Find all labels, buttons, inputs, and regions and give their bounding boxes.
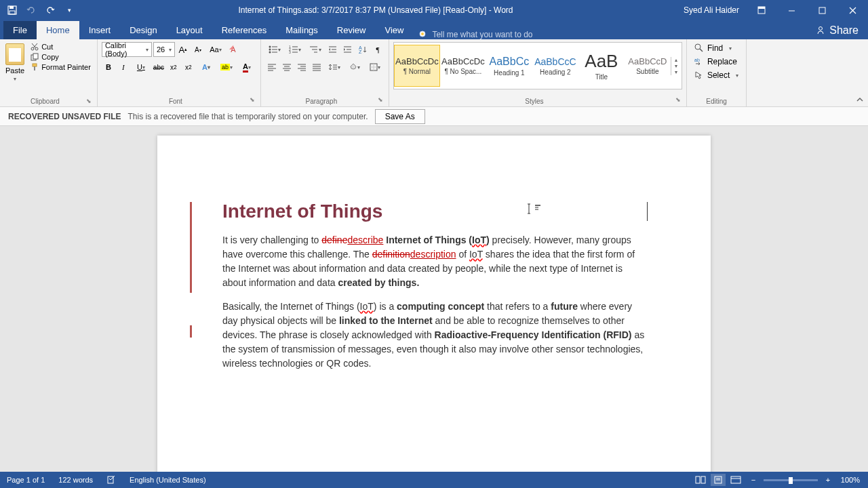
zoom-out-button[interactable]: − [746, 474, 761, 486]
styles-scroll-up-icon[interactable]: ▴ [671, 57, 682, 63]
zoom-in-button[interactable]: + [821, 474, 835, 486]
spelling-error: IoT [360, 301, 374, 312]
svg-point-10 [421, 33, 424, 35]
select-button[interactable]: Select▾ [691, 69, 742, 81]
language[interactable]: English (United States) [123, 476, 213, 484]
change-case-button[interactable]: Aa▾ [206, 42, 225, 57]
qat-customize-icon[interactable]: ▾ [64, 5, 75, 16]
tab-design[interactable]: Design [120, 21, 166, 39]
align-left-button[interactable] [265, 60, 279, 75]
align-center-button[interactable] [280, 60, 294, 75]
sort-button[interactable]: AZ [356, 42, 370, 57]
web-layout-icon[interactable] [728, 474, 743, 486]
user-name[interactable]: Syed Ali Haider [677, 5, 746, 15]
redo-icon[interactable] [45, 5, 56, 16]
line-spacing-button[interactable]: ▾ [325, 60, 344, 75]
word-count[interactable]: 122 words [52, 476, 100, 484]
share-button[interactable]: Share [806, 22, 868, 39]
save-as-button[interactable]: Save As [375, 109, 425, 124]
ribbon-tabs: File Home Insert Design Layout Reference… [0, 20, 868, 39]
style-item[interactable]: AaBbCcCHeading 2 [532, 45, 578, 87]
tab-layout[interactable]: Layout [167, 21, 212, 39]
svg-rect-4 [758, 7, 765, 9]
font-size-combo[interactable]: 26▾ [153, 42, 175, 57]
zoom-slider[interactable] [764, 479, 818, 481]
minimize-icon[interactable] [776, 0, 807, 20]
paragraph-launcher-icon[interactable]: ⬊ [378, 96, 384, 105]
text-effects-button[interactable]: A▾ [197, 60, 216, 75]
track-change-bar[interactable] [190, 202, 192, 293]
zoom-level[interactable]: 100% [838, 476, 863, 484]
cut-button[interactable]: Cut [28, 42, 93, 52]
page[interactable]: Internet of Things It is very challengin… [157, 136, 711, 472]
svg-point-20 [269, 46, 271, 48]
bold-button[interactable]: B [102, 60, 115, 75]
paragraph-2[interactable]: Basically, the Internet of Things (IoT) … [222, 300, 646, 371]
paragraph-1[interactable]: It is very challenging to definedescribe… [222, 233, 646, 290]
highlight-button[interactable]: ab▾ [217, 60, 236, 75]
maximize-icon[interactable] [807, 0, 837, 20]
format-painter-button[interactable]: Format Painter [28, 62, 93, 72]
tab-file[interactable]: File [3, 21, 37, 39]
save-icon[interactable] [7, 5, 18, 16]
proofing-icon[interactable] [100, 475, 123, 485]
superscript-button[interactable]: x2 [182, 60, 195, 75]
tab-references[interactable]: References [212, 21, 276, 39]
decrease-indent-button[interactable] [326, 42, 340, 57]
track-change-bar[interactable] [190, 325, 192, 338]
collapse-ribbon-icon[interactable] [856, 96, 864, 104]
show-hide-button[interactable]: ¶ [371, 42, 384, 57]
underline-button[interactable]: U▾ [132, 60, 151, 75]
bullets-button[interactable]: ▾ [265, 42, 284, 57]
clipboard-launcher-icon[interactable]: ⬊ [86, 98, 93, 104]
tab-home[interactable]: Home [37, 21, 79, 39]
increase-indent-button[interactable] [341, 42, 355, 57]
tab-review[interactable]: Review [328, 21, 376, 39]
recover-text: This is a recovered file that is tempora… [127, 112, 368, 121]
numbering-button[interactable]: 123▾ [285, 42, 304, 57]
italic-button[interactable]: I [117, 60, 130, 75]
shading-button[interactable]: ▾ [345, 60, 364, 75]
style-item[interactable]: AaBbCcHeading 1 [486, 45, 532, 87]
font-name-combo[interactable]: Calibri (Body)▾ [102, 42, 152, 57]
grow-font-button[interactable]: A▴ [176, 42, 190, 57]
subscript-button[interactable]: x2 [167, 60, 180, 75]
document-title[interactable]: Internet of Things [222, 201, 646, 222]
undo-icon[interactable] [26, 5, 37, 16]
svg-rect-17 [33, 54, 38, 59]
group-clipboard: Paste ▾ Cut Copy Format Painter Clipboar… [0, 39, 98, 106]
tab-view[interactable]: View [375, 21, 413, 39]
svg-point-24 [269, 52, 271, 54]
font-launcher-icon[interactable]: ⬊ [250, 96, 256, 105]
font-color-button[interactable]: A▾ [237, 60, 256, 75]
style-item[interactable]: AaBbCcDc¶ Normal [394, 45, 440, 87]
tell-me-search[interactable]: Tell me what you want to do [413, 30, 806, 39]
justify-button[interactable] [310, 60, 323, 75]
svg-point-11 [819, 27, 823, 30]
style-item[interactable]: AaBbCcDc¶ No Spac... [440, 45, 486, 87]
multilevel-list-button[interactable]: ▾ [306, 42, 325, 57]
style-item[interactable]: AaBbCcDSubtitle [625, 45, 671, 87]
borders-button[interactable]: ▾ [366, 60, 384, 75]
styles-launcher-icon[interactable]: ⬊ [675, 96, 682, 105]
styles-scroll-down-icon[interactable]: ▾ [671, 63, 682, 69]
find-button[interactable]: Find▾ [691, 42, 742, 54]
tab-insert[interactable]: Insert [79, 21, 121, 39]
read-mode-icon[interactable] [693, 474, 708, 486]
style-item[interactable]: AaBTitle [578, 45, 625, 87]
clear-formatting-button[interactable]: A◢ [226, 42, 240, 57]
ribbon: Paste ▾ Cut Copy Format Painter Clipboar… [0, 39, 868, 107]
print-layout-icon[interactable] [711, 474, 726, 486]
document-area[interactable]: Internet of Things It is very challengin… [0, 126, 868, 472]
shrink-font-button[interactable]: A▾ [191, 42, 205, 57]
tab-mailings[interactable]: Mailings [276, 21, 328, 39]
strikethrough-button[interactable]: abc [152, 60, 165, 75]
copy-button[interactable]: Copy [28, 52, 93, 62]
ribbon-display-icon[interactable] [746, 0, 776, 20]
styles-more-icon[interactable]: ▾ [671, 69, 682, 75]
paste-button[interactable]: Paste ▾ [4, 42, 26, 83]
align-right-button[interactable] [295, 60, 309, 75]
replace-button[interactable]: abReplace [691, 56, 742, 68]
page-count[interactable]: Page 1 of 1 [0, 476, 52, 484]
close-icon[interactable] [837, 0, 868, 20]
